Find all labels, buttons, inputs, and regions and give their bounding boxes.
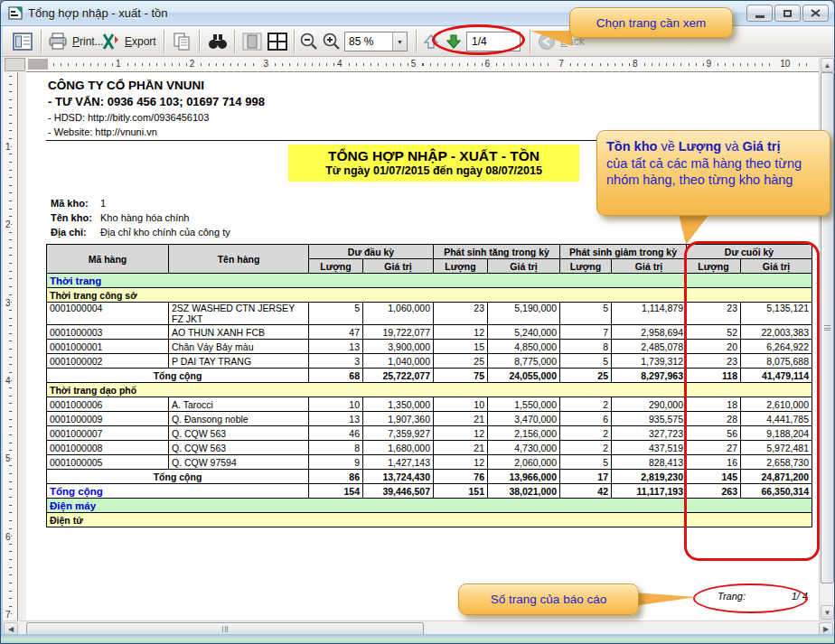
cell: 8	[309, 441, 363, 455]
ruler-number: 10	[777, 59, 793, 69]
ruler-number: 2	[187, 59, 198, 69]
cell: AO THUN XANH FCB	[169, 325, 309, 340]
cell: 0001000006	[47, 397, 169, 412]
scrollbar-gripper	[824, 325, 830, 331]
cell: 935,575	[612, 412, 687, 426]
column-header: Phát sinh giảm trong kỳ	[560, 245, 687, 259]
zoom-select[interactable]: 85 % ▼	[344, 32, 408, 51]
cell: 24,055,000	[488, 369, 560, 383]
maximize-icon	[783, 10, 792, 17]
cell: 327,723	[612, 426, 687, 441]
cell: 9	[309, 455, 363, 470]
company-website-line: - Website: http://vnuni.vn	[48, 126, 157, 137]
close-icon	[811, 9, 821, 17]
column-header: Lượng	[309, 259, 363, 274]
zoom-out-button[interactable]	[299, 31, 319, 52]
cell: 1,739,312	[612, 354, 687, 369]
copy-button[interactable]	[172, 31, 192, 52]
zoom-out-icon	[299, 32, 319, 51]
callout-page-count-text: Số trang của báo cáo	[491, 593, 606, 606]
print-label: Print...	[72, 35, 104, 48]
callout-line2: của tất cả các mã hàng theo từng	[606, 155, 821, 173]
export-button[interactable]: Export	[100, 31, 156, 52]
cell: 25	[560, 369, 612, 383]
find-button[interactable]	[207, 31, 229, 52]
column-header: Dư đầu kỳ	[309, 245, 434, 259]
cell: 13,724,430	[363, 470, 434, 484]
maximize-button[interactable]	[774, 5, 801, 22]
single-page-view-button[interactable]	[241, 31, 263, 52]
annotation-ellipse-page-input	[432, 24, 525, 55]
warehouse-name-label: Tên kho:	[51, 212, 100, 223]
cell: 437,519	[612, 441, 687, 455]
cell: 38,021,000	[488, 484, 560, 499]
cell: 86	[309, 470, 363, 484]
ruler-number: 3	[260, 59, 271, 69]
cell: 0001000003	[47, 325, 169, 340]
zoom-in-button[interactable]	[322, 31, 342, 52]
toolbar-separator	[416, 30, 417, 53]
ruler-number: 6	[483, 59, 493, 69]
cell: 5,240,000	[488, 325, 560, 340]
excel-export-icon	[100, 33, 120, 51]
column-header: Giá trị	[363, 259, 434, 274]
minimize-button[interactable]	[746, 5, 773, 22]
column-header: Tên hàng	[169, 245, 309, 274]
cell: 151	[434, 484, 488, 499]
callout-bold-gia-tri: Giá trị	[743, 139, 781, 154]
multi-page-view-button[interactable]	[267, 31, 288, 52]
cell: 17	[560, 470, 612, 484]
toolbar-separator	[234, 30, 235, 53]
binoculars-search-icon	[207, 33, 229, 51]
print-button[interactable]: Print...	[48, 31, 104, 52]
ruler-number: 8	[630, 59, 641, 69]
warehouse-code-value: 1	[100, 198, 106, 209]
cell: 5,190,000	[488, 303, 560, 325]
chevron-down-icon[interactable]: ▼	[392, 33, 407, 51]
cell: 46	[309, 426, 363, 441]
cell: 8,297,963	[612, 369, 687, 383]
cell: 3,470,000	[488, 412, 560, 426]
cell: 0001000007	[47, 426, 169, 441]
cell: Q. CQW 563	[169, 426, 309, 441]
scroll-down-arrow[interactable]: ▼	[821, 605, 834, 620]
preview-panel-button[interactable]	[12, 31, 33, 52]
cell: 13	[309, 340, 363, 354]
printer-icon	[48, 33, 68, 51]
cell: 2,819,230	[612, 470, 687, 484]
company-hdsd-line: - HDSD: http://bitly.com/0936456103	[48, 112, 209, 123]
cell: 2,958,694	[612, 325, 687, 340]
warehouse-code-row: Mã kho: 1	[51, 198, 106, 209]
callout-inventory: Tồn kho về Lượng và Giá trị của tất cả c…	[596, 130, 830, 216]
callout-line3: nhóm hàng, theo từng kho hàng	[606, 172, 821, 189]
cell: Q. Đansong noble	[169, 412, 309, 426]
ruler-number: 1	[5, 140, 11, 154]
cell: 2SZ WASHED CTN JERSEY FZ JKT	[169, 303, 309, 325]
ruler-number: 9	[704, 59, 715, 69]
close-button[interactable]	[802, 5, 829, 22]
cell: 5	[309, 303, 363, 325]
cell: P DAI TAY TRANG	[169, 354, 309, 369]
total-label: Tổng cộng	[47, 470, 309, 484]
cell: 8	[560, 340, 612, 354]
callout-page-select: Chọn trang cần xem	[569, 7, 733, 38]
cell: 1,040,000	[363, 354, 434, 369]
cell: 12	[434, 426, 488, 441]
cell: 10	[434, 397, 488, 412]
ruler-corner-box	[5, 58, 25, 71]
ruler-number: 3	[5, 296, 11, 310]
cell: 75	[434, 369, 488, 383]
annotation-rect-ending-balance	[684, 241, 820, 561]
ruler-number: 5	[5, 452, 11, 465]
callout-text: về	[657, 139, 678, 154]
window-controls	[746, 5, 829, 22]
cell: Chân Váy Bảy màu	[169, 340, 309, 354]
column-header: Giá trị	[612, 259, 687, 274]
total-label: Tổng cộng	[47, 484, 309, 499]
zoom-in-icon	[322, 32, 342, 51]
cell: 1,680,000	[363, 441, 434, 455]
annotation-ellipse-page-footer	[693, 583, 808, 613]
ruler-number: 7	[556, 59, 567, 69]
scroll-up-arrow[interactable]: ▲	[821, 58, 834, 72]
callout-text: và	[721, 139, 742, 154]
